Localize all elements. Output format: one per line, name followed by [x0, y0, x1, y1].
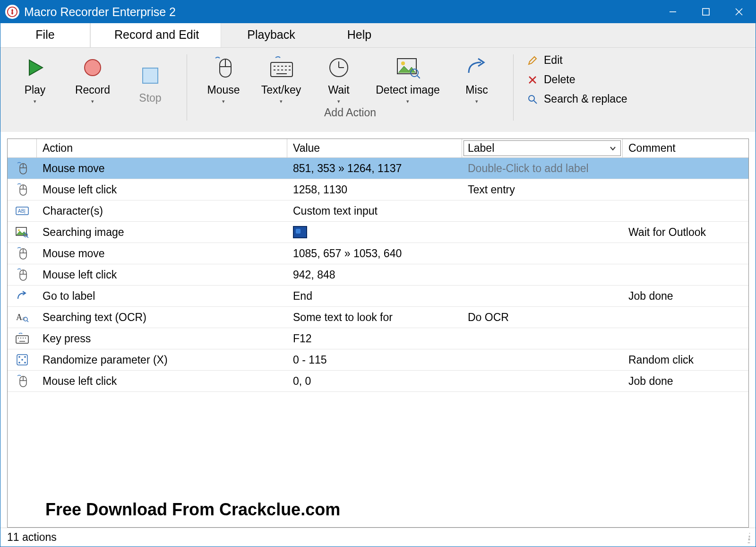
cell-action: Mouse left click [37, 269, 287, 281]
mouse-icon [213, 54, 234, 81]
app-icon [5, 5, 19, 19]
cell-label: Double-Click to add label [462, 162, 623, 175]
svg-point-27 [401, 61, 405, 65]
arrow-right-icon [465, 54, 489, 81]
table-row[interactable]: Randomize parameter (X)0 - 115Random cli… [8, 349, 748, 371]
svg-line-29 [417, 76, 420, 78]
minimize-button[interactable] [656, 0, 689, 23]
play-button[interactable]: Play▾ [6, 52, 64, 106]
mouse-move-icon [8, 161, 37, 175]
app-window: Macro Recorder Enterprise 2 File Record … [0, 0, 756, 547]
goto-icon [8, 290, 37, 302]
ocr-icon: Aa [8, 312, 37, 323]
mouse-move-icon [8, 246, 37, 260]
cell-value: 0 - 115 [287, 354, 462, 366]
cell-action: Go to label [37, 290, 287, 303]
delete-button[interactable]: Delete [524, 71, 629, 88]
mouse-click-icon [8, 268, 37, 282]
table-row[interactable]: Searching imageWait for Outlook [8, 222, 748, 243]
table-row[interactable]: AaSearching text (OCR)Some text to look … [8, 307, 748, 328]
ribbon-group-add-action: Mouse▾ Text/key▾ Wait▾ Detect image▾ Mis… [189, 48, 511, 132]
svg-text:AB|: AB| [18, 208, 26, 214]
tab-playback[interactable]: Playback [221, 23, 321, 47]
cell-comment: Job done [623, 375, 748, 388]
detect-image-button[interactable]: Detect image▾ [368, 52, 448, 106]
edit-button[interactable]: Edit [524, 52, 629, 69]
mouse-click-icon [8, 374, 37, 388]
keyboard-icon [8, 333, 37, 344]
tab-help[interactable]: Help [321, 23, 397, 47]
statusbar: 11 actions .:.::.::: [0, 528, 756, 547]
cell-action: Mouse left click [37, 183, 287, 196]
header-comment[interactable]: Comment [623, 139, 748, 157]
svg-line-55 [27, 321, 28, 322]
watermark-text: Free Download From Crackclue.com [8, 494, 748, 527]
cell-value: 1085, 657 » 1053, 640 [287, 247, 462, 260]
svg-rect-7 [143, 68, 158, 83]
cell-action: Mouse move [37, 247, 287, 260]
misc-button[interactable]: Misc▾ [448, 52, 506, 106]
cell-comment: Wait for Outlook [623, 226, 748, 239]
image-search-icon [8, 226, 37, 238]
cell-value: F12 [287, 332, 462, 345]
characters-icon: AB| [8, 206, 37, 216]
header-action[interactable]: Action [37, 139, 287, 157]
image-search-icon [395, 54, 420, 81]
table-row[interactable]: Mouse move851, 353 » 1264, 1137Double-Cl… [8, 158, 748, 179]
svg-point-65 [21, 359, 23, 361]
cell-action: Searching text (OCR) [37, 311, 287, 324]
record-button[interactable]: Record▾ [64, 52, 121, 106]
search-icon [526, 94, 539, 104]
header-value[interactable]: Value [287, 139, 462, 157]
svg-marker-5 [29, 60, 43, 75]
cell-comment: Job done [623, 290, 748, 303]
svg-rect-56 [16, 336, 28, 343]
header-icon[interactable] [8, 139, 37, 157]
menu-tabs: File Record and Edit Playback Help [0, 23, 756, 48]
wait-button[interactable]: Wait▾ [310, 52, 368, 106]
stop-icon [140, 62, 161, 89]
ribbon-group-playback: Play▾ Record▾ Stop [0, 48, 185, 132]
close-button[interactable] [722, 0, 756, 23]
delete-icon [526, 75, 539, 85]
grid-body: Mouse move851, 353 » 1264, 1137Double-Cl… [8, 158, 748, 494]
maximize-button[interactable] [689, 0, 722, 23]
cell-action: Key press [37, 332, 287, 345]
svg-point-66 [18, 362, 20, 364]
titlebar: Macro Recorder Enterprise 2 [0, 0, 756, 23]
svg-rect-2 [703, 9, 709, 15]
cell-value: End [287, 290, 462, 303]
resize-grip-icon[interactable]: .:.::.::: [747, 533, 749, 542]
cell-value: 942, 848 [287, 269, 462, 281]
cell-action: Randomize parameter (X) [37, 354, 287, 366]
svg-point-67 [24, 362, 26, 364]
table-row[interactable]: Go to labelEndJob done [8, 286, 748, 307]
table-row[interactable]: Key pressF12 [8, 328, 748, 349]
content-area: Action Value Label Comment Mouse move851… [0, 132, 756, 528]
cell-value: 1258, 1130 [287, 183, 462, 196]
ribbon-caption-add-action: Add Action [324, 106, 376, 122]
image-chip [293, 226, 307, 238]
ribbon-group-edit: Edit Delete Search & replace [515, 48, 636, 132]
table-row[interactable]: Mouse left click942, 848 [8, 264, 748, 286]
table-row[interactable]: Mouse move1085, 657 » 1053, 640 [8, 243, 748, 264]
tab-file[interactable]: File [0, 23, 90, 47]
textkey-button[interactable]: Text/key▾ [252, 52, 310, 106]
mouse-button[interactable]: Mouse▾ [195, 52, 252, 106]
tab-record-edit[interactable]: Record and Edit [90, 23, 221, 47]
cell-value: Some text to look for [287, 311, 462, 324]
clock-icon [328, 54, 350, 81]
table-row[interactable]: Mouse left click1258, 1130Text entry [8, 179, 748, 200]
svg-line-33 [534, 101, 537, 104]
search-replace-button[interactable]: Search & replace [524, 90, 629, 108]
svg-point-6 [85, 60, 101, 76]
status-text: 11 actions [7, 531, 57, 544]
label-dropdown[interactable]: Label [464, 140, 621, 156]
grid-header: Action Value Label Comment [8, 139, 748, 158]
table-row[interactable]: AB|Character(s)Custom text input [8, 200, 748, 222]
table-row[interactable]: Mouse left click0, 0Job done [8, 371, 748, 392]
pencil-icon [526, 55, 539, 66]
cell-label: Do OCR [462, 311, 623, 324]
random-icon [8, 354, 37, 366]
stop-button[interactable]: Stop [121, 60, 179, 106]
